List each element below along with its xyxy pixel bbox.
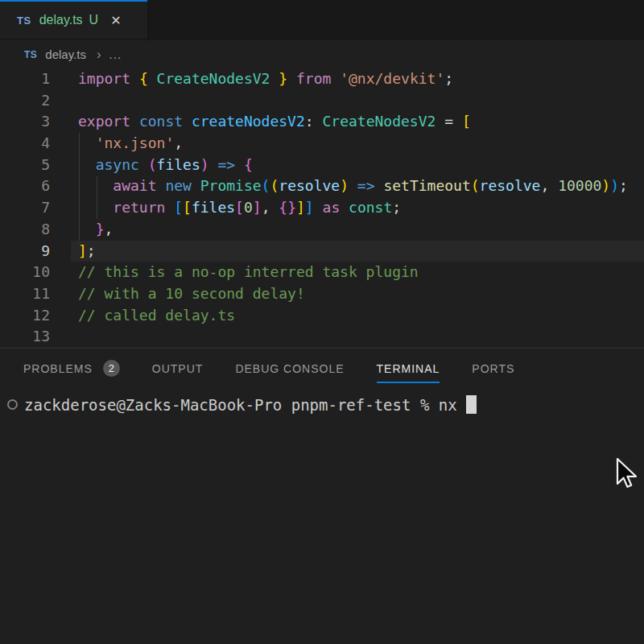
code-line[interactable]: 3export const createNodesV2: CreateNodes…	[0, 111, 644, 133]
code-text: // this is a no-op interred task plugin	[50, 262, 419, 283]
line-number: 5	[0, 155, 50, 176]
panel-tab-debug-console[interactable]: DEBUG CONSOLE	[235, 349, 344, 388]
breadcrumb: TS delay.ts › ...	[0, 40, 644, 68]
empty-tab-strip	[148, 0, 644, 40]
line-number: 1	[0, 68, 50, 90]
line-number: 7	[0, 197, 50, 219]
code-editor[interactable]: 1import { CreateNodesV2 } from '@nx/devk…	[0, 68, 644, 348]
breadcrumb-file[interactable]: delay.ts	[45, 47, 86, 61]
panel-tab-label: OUTPUT	[152, 362, 204, 375]
line-number: 6	[0, 175, 50, 197]
typescript-file-icon: TS	[24, 49, 37, 60]
problems-count-badge: 2	[103, 360, 120, 377]
code-text	[50, 326, 78, 348]
code-text: export const createNodesV2: CreateNodesV…	[50, 111, 471, 133]
line-number: 10	[0, 262, 50, 283]
code-text: import { CreateNodesV2 } from '@nx/devki…	[50, 68, 453, 90]
code-text: // called delay.ts	[50, 305, 235, 327]
terminal-prompt: zackderose@Zacks-MacBook-Pro pnpm-ref-te…	[24, 396, 429, 414]
line-number: 12	[0, 305, 50, 327]
code-text	[50, 90, 78, 112]
panel-tab-output[interactable]: OUTPUT	[152, 349, 204, 388]
code-text: return [[files[0], {}]] as const;	[50, 197, 401, 219]
code-text: // with a 10 second delay!	[50, 283, 305, 305]
command-decoration-icon	[7, 399, 18, 410]
line-number: 4	[0, 133, 50, 155]
line-number: 11	[0, 283, 50, 305]
terminal[interactable]: zackderose@Zacks-MacBook-Pro pnpm-ref-te…	[0, 388, 644, 420]
editor-tab-bar: TS delay.ts U ✕	[0, 0, 644, 40]
code-line[interactable]: 2	[0, 90, 644, 112]
breadcrumb-symbol[interactable]: ...	[109, 47, 122, 61]
code-line[interactable]: 4 'nx.json',	[0, 133, 644, 155]
code-line[interactable]: 13	[0, 326, 644, 348]
tab-filename: delay.ts	[39, 13, 83, 27]
terminal-cursor	[466, 395, 477, 414]
indent-guide	[79, 133, 80, 241]
line-number: 9	[0, 241, 50, 262]
code-text: async (files) => {	[50, 155, 253, 176]
code-line[interactable]: 5 async (files) => {	[0, 155, 644, 176]
code-line[interactable]: 1import { CreateNodesV2 } from '@nx/devk…	[0, 68, 644, 90]
panel-tab-terminal[interactable]: TERMINAL	[377, 349, 440, 388]
panel-tab-ports[interactable]: PORTS	[472, 349, 514, 388]
line-number: 13	[0, 326, 50, 348]
line-number: 8	[0, 219, 50, 241]
code-line[interactable]: 11// with a 10 second delay!	[0, 283, 644, 305]
vscode-window: TS delay.ts U ✕ TS delay.ts › ... 1impor…	[0, 0, 644, 644]
line-number: 2	[0, 90, 50, 112]
typescript-file-icon: TS	[17, 14, 31, 27]
mouse-cursor	[615, 457, 639, 495]
panel-tab-label: PROBLEMS	[23, 362, 93, 375]
terminal-command-line: zackderose@Zacks-MacBook-Pro pnpm-ref-te…	[24, 395, 477, 414]
tab-delay-ts[interactable]: TS delay.ts U ✕	[0, 0, 147, 39]
git-untracked-badge: U	[89, 13, 99, 27]
close-icon[interactable]: ✕	[110, 13, 121, 28]
chevron-right-icon: ›	[97, 47, 101, 63]
code-line[interactable]: 8 },	[0, 219, 644, 241]
code-text: await new Promise((resolve) => setTimeou…	[50, 175, 628, 197]
indent-guide	[97, 176, 97, 219]
code-text: },	[50, 219, 113, 241]
line-number: 3	[0, 111, 50, 133]
panel-tab-problems[interactable]: PROBLEMS2	[23, 349, 120, 388]
code-text: 'nx.json',	[50, 133, 183, 155]
panel-tab-label: DEBUG CONSOLE	[235, 362, 344, 375]
terminal-typed-command: nx	[439, 396, 457, 414]
code-line[interactable]: 10// this is a no-op interred task plugi…	[0, 262, 644, 283]
panel-tab-bar: PROBLEMS2OUTPUTDEBUG CONSOLETERMINALPORT…	[0, 348, 644, 388]
code-text: ];	[50, 241, 96, 262]
panel-tab-label: TERMINAL	[377, 362, 440, 375]
code-line[interactable]: 9];	[0, 241, 644, 262]
code-line[interactable]: 12// called delay.ts	[0, 305, 644, 327]
panel-tab-label: PORTS	[472, 362, 514, 375]
